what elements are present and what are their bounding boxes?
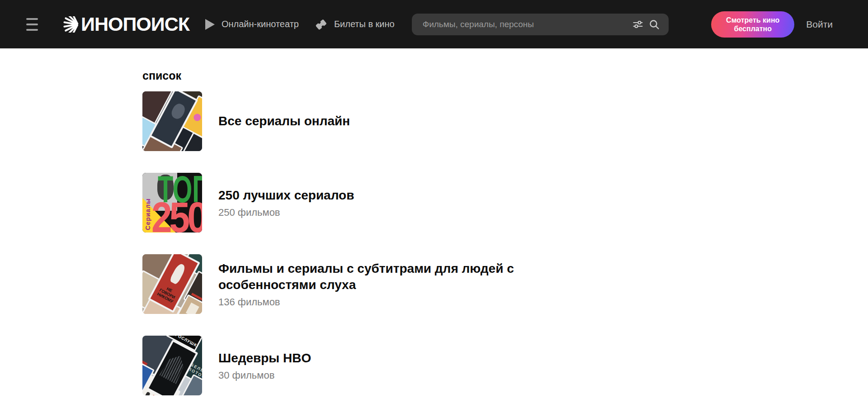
- play-icon: [204, 18, 216, 31]
- nav-item-label: Билеты в кино: [334, 19, 395, 29]
- nav-item-online-cinema[interactable]: Онлайн-кинотеатр: [204, 18, 299, 31]
- list-item[interactable]: НЕ ГОВОРИ НИКОМУ Фильмы и сериалы с субт…: [142, 254, 868, 314]
- page-title: список: [142, 69, 868, 82]
- thumbnail-number-text: 250: [151, 196, 202, 233]
- list-item-subtitle: 30 фильмов: [218, 370, 311, 381]
- top-navigation-bar: ИНОПОИСК Онлайн-кинотеатр Билеты в кино: [0, 0, 868, 48]
- login-link[interactable]: Войти: [806, 19, 833, 30]
- nav-item-label: Онлайн-кинотеатр: [222, 19, 299, 29]
- list-item-title: Шедевры HBO: [218, 350, 311, 366]
- list-item-thumbnail: ПРОСЛУШКА БЕЛЫЙ ЛОТОС: [142, 336, 202, 395]
- watch-free-button-line1: Смотреть кино: [726, 16, 779, 24]
- search-bar: [412, 14, 669, 35]
- hamburger-menu-icon[interactable]: [26, 18, 38, 31]
- thumbnail-poster-text: НЕ ГОВОРИ НИКОМУ: [153, 282, 182, 306]
- list-item-title: Фильмы и сериалы с субтитрами для людей …: [218, 261, 537, 293]
- list-item-subtitle: 250 фильмов: [218, 207, 354, 218]
- list-item-thumbnail: НЕ ГОВОРИ НИКОМУ: [142, 254, 202, 314]
- list-item-title: 250 лучших сериалов: [218, 187, 354, 204]
- filter-sliders-icon[interactable]: [630, 16, 646, 33]
- watch-free-button-line2: бесплатно: [734, 24, 772, 33]
- search-input[interactable]: [423, 19, 630, 29]
- list-item[interactable]: ТОП 250 Сериалы 250 лучших сериалов 250 …: [142, 173, 868, 233]
- thumbnail-side-text: Сериалы: [144, 198, 151, 230]
- list-item-thumbnail: ТОП 250 Сериалы: [142, 173, 202, 233]
- ticket-icon: [314, 17, 328, 32]
- kinopoisk-logo-text: ИНОПОИСК: [81, 14, 189, 34]
- kinopoisk-logo[interactable]: ИНОПОИСК: [62, 14, 189, 34]
- search-icon[interactable]: [646, 16, 662, 33]
- nav-item-cinema-tickets[interactable]: Билеты в кино: [314, 17, 395, 32]
- kinopoisk-burst-icon: [62, 16, 80, 33]
- list-item-subtitle: 136 фильмов: [218, 296, 537, 308]
- list-page: список Все сериалы онлайн ТОП 250 Сериал…: [0, 48, 868, 395]
- list-item-thumbnail: [142, 91, 202, 151]
- watch-free-button[interactable]: Смотреть кино бесплатно: [711, 11, 794, 38]
- list-item-title: Все сериалы онлайн: [218, 113, 350, 129]
- list-item[interactable]: Все сериалы онлайн: [142, 91, 868, 151]
- list-item[interactable]: ПРОСЛУШКА БЕЛЫЙ ЛОТОС Шедевры HBO 30 фил…: [142, 336, 868, 395]
